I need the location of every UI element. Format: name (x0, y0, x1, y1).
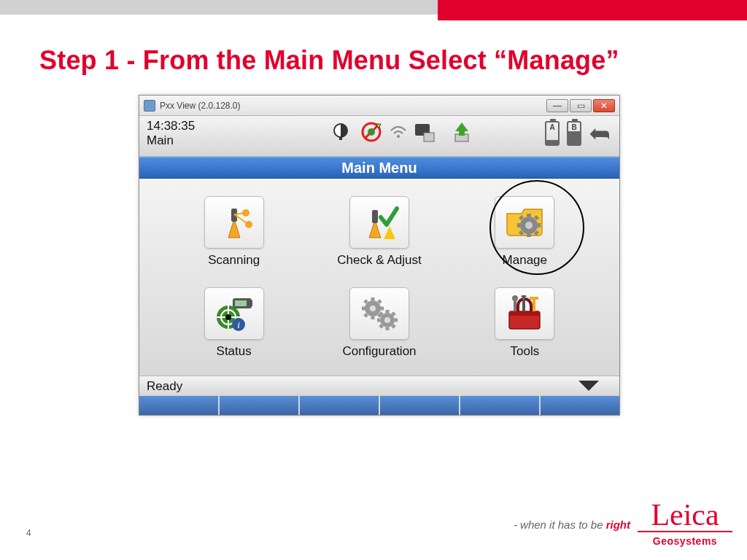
menu-item-scanning[interactable]: Scanning (204, 196, 264, 268)
logo-script: Leica (638, 502, 732, 529)
menu-label: Check & Adjust (337, 253, 421, 268)
target-ball-icon (329, 120, 352, 144)
svg-line-26 (520, 217, 522, 219)
window-titlebar: Pxx View (2.0.128.0) — ▭ ✕ (139, 96, 619, 116)
svg-line-46 (365, 300, 367, 303)
svg-line-58 (392, 313, 395, 315)
slide: Step 1 - From the Main Menu Select “Mana… (0, 0, 747, 560)
svg-point-21 (525, 222, 533, 229)
menu-label: Tools (510, 344, 539, 359)
check-adjust-icon (349, 196, 409, 249)
svg-marker-10 (455, 122, 468, 136)
menu-label: Status (217, 344, 252, 359)
svg-point-63 (512, 295, 518, 301)
slide-heading: Step 1 - From the Main Menu Select “Mana… (39, 45, 619, 76)
svg-rect-65 (530, 297, 538, 300)
battery-b-icon: B (567, 121, 581, 146)
svg-line-29 (520, 232, 522, 234)
softkey-2[interactable] (220, 396, 300, 415)
svg-point-4 (368, 128, 375, 136)
section-title-bar: Main Menu (139, 157, 619, 179)
svg-rect-66 (522, 297, 525, 311)
svg-rect-18 (372, 210, 378, 223)
status-row: 14:38:35 Main (139, 116, 619, 157)
svg-line-59 (380, 325, 382, 327)
svg-line-56 (380, 313, 382, 315)
menu-label: Manage (503, 253, 547, 268)
svg-rect-61 (509, 311, 540, 316)
brand-logo: Leica Geosystems (638, 502, 732, 547)
svg-line-27 (535, 232, 538, 234)
svg-line-57 (392, 325, 395, 327)
main-menu-grid: Scanning Check & Adjust Manage i Status (139, 179, 619, 376)
svg-rect-62 (514, 300, 516, 311)
back-icon[interactable]: ➦ (589, 120, 611, 147)
status-icon: i (204, 287, 264, 340)
page-number: 4 (26, 528, 31, 538)
level-warning-icon (360, 120, 383, 144)
menu-item-status[interactable]: i Status (204, 287, 264, 359)
softkey-3[interactable] (300, 396, 380, 415)
status-text: Ready (147, 379, 182, 394)
menu-item-configuration[interactable]: Configuration (342, 287, 416, 359)
chevron-down-icon[interactable] (578, 381, 599, 391)
close-button[interactable]: ✕ (593, 99, 615, 112)
wifi-icon (390, 120, 406, 144)
tagline-accent: right (606, 518, 630, 531)
menu-label: Configuration (342, 344, 416, 359)
svg-rect-32 (235, 300, 247, 306)
softkey-5[interactable] (460, 396, 541, 415)
minimize-button[interactable]: — (546, 99, 568, 112)
app-window: Pxx View (2.0.128.0) — ▭ ✕ 14:38:35 Main (139, 95, 620, 416)
svg-point-37 (225, 314, 231, 320)
svg-rect-64 (533, 298, 535, 311)
context-label: Main (147, 133, 195, 148)
slide-top-accent (0, 0, 747, 15)
svg-rect-31 (249, 300, 252, 306)
svg-point-6 (397, 135, 400, 138)
manage-icon (495, 196, 554, 249)
menu-label: Scanning (208, 253, 260, 268)
accent-grey (0, 0, 438, 15)
tools-icon (495, 287, 554, 340)
scanning-icon (204, 196, 264, 249)
status-icons (329, 120, 473, 144)
svg-line-49 (365, 314, 367, 316)
svg-point-41 (370, 306, 376, 311)
svg-point-51 (384, 317, 390, 323)
svg-rect-8 (424, 133, 434, 141)
svg-line-48 (379, 300, 381, 303)
menu-item-tools[interactable]: Tools (495, 287, 554, 359)
svg-text:i: i (237, 319, 240, 330)
upload-icon (450, 120, 473, 144)
svg-marker-19 (384, 226, 395, 239)
window-title: Pxx View (2.0.128.0) (160, 101, 241, 111)
section-title: Main Menu (341, 160, 417, 176)
softkey-4[interactable] (380, 396, 460, 415)
menu-item-check-adjust[interactable]: Check & Adjust (337, 196, 421, 268)
softkey-1[interactable] (139, 396, 220, 415)
svg-rect-1 (339, 136, 342, 140)
footer-bar: Ready (139, 376, 619, 396)
tagline-prefix: - when it has to be (514, 518, 606, 531)
softkey-6[interactable] (541, 396, 619, 415)
battery-a-icon: A (545, 121, 560, 146)
maximize-button[interactable]: ▭ (570, 99, 592, 112)
softkey-bar (139, 396, 619, 415)
svg-line-28 (535, 217, 538, 219)
configuration-icon (349, 287, 409, 340)
svg-marker-67 (521, 295, 527, 297)
accent-red (438, 0, 747, 20)
menu-item-manage[interactable]: Manage (495, 196, 554, 268)
clock: 14:38:35 (147, 119, 195, 133)
app-icon (144, 100, 155, 112)
tagline: - when it has to be right (514, 518, 630, 531)
storage-icon (414, 120, 443, 144)
logo-subtext: Geosystems (638, 535, 732, 547)
